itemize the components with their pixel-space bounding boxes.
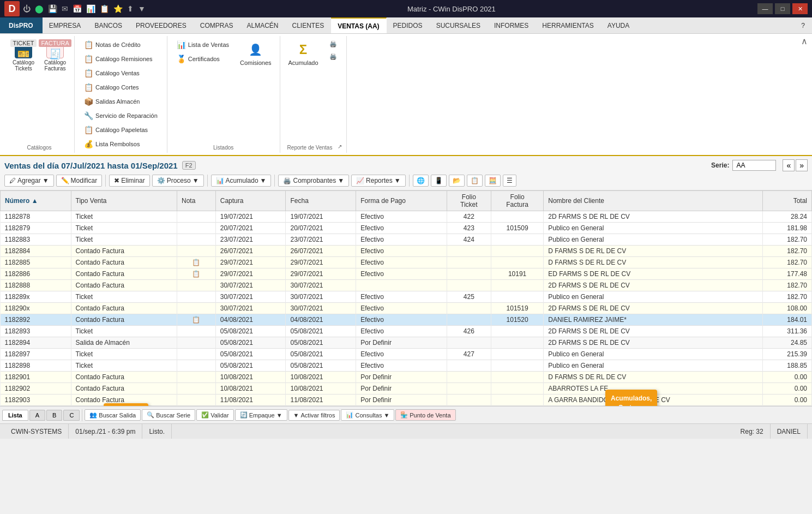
nav-next-button[interactable]: » [796, 159, 808, 171]
lista-ventas-button[interactable]: 📊 Lista de Ventas [172, 38, 234, 51]
col-nota[interactable]: Nota [177, 191, 216, 211]
table-row[interactable]: 1182901 Contado Factura 10/08/2021 10/08… [1, 372, 812, 383]
table-row[interactable]: 1182892 Contado Factura 📋 04/08/2021 04/… [1, 314, 812, 326]
f2-badge[interactable]: F2 [182, 161, 196, 170]
catalogo-tickets-button[interactable]: TICKET 🎫 Catálogo Tickets [9, 38, 38, 74]
power-icon[interactable]: ⏻ [23, 4, 31, 13]
punto-venta-button[interactable]: 🏪 Punto de Venta [395, 409, 455, 421]
minimize-button[interactable]: — [757, 3, 773, 14]
modificar-button[interactable]: ✏️ Modificar [56, 175, 103, 187]
table-row[interactable]: 1182898 Ticket 05/08/2021 05/08/2021 Efe… [1, 360, 812, 372]
save-icon[interactable]: 💾 [48, 4, 57, 13]
calendar-icon[interactable]: 📅 [73, 4, 82, 13]
menu-dispro[interactable]: DisPRO [0, 17, 43, 33]
acumulado-button[interactable]: Σ Acumulado [285, 38, 322, 69]
menu-ayuda[interactable]: AYUDA [601, 17, 636, 33]
dropdown-icon[interactable]: ▼ [138, 4, 146, 13]
icon-btn-6[interactable]: ☰ [503, 175, 516, 187]
reportes-expand-icon[interactable]: ↗ [338, 144, 342, 150]
table-row[interactable]: 1182885 Contado Factura 📋 29/07/2021 29/… [1, 257, 812, 268]
table-row[interactable]: 1182893 Ticket 05/08/2021 05/08/2021 Efe… [1, 326, 812, 337]
table-row[interactable]: 1182888 Contado Factura 30/07/2021 30/07… [1, 280, 812, 291]
menu-almacen[interactable]: ALMACÉN [240, 17, 285, 33]
icon-btn-2[interactable]: 📱 [431, 175, 447, 187]
catalogo-remisiones-button[interactable]: 📋 Catálogo Remisiones [79, 52, 158, 65]
consultas-button[interactable]: 📊 Consultas ▼ [341, 409, 394, 421]
comisiones-button[interactable]: 👤 Comisiones [236, 38, 275, 69]
table-row[interactable]: 118290x Contado Factura 30/07/2021 30/07… [1, 303, 812, 314]
col-captura[interactable]: Captura [215, 191, 286, 211]
close-button[interactable]: ✕ [792, 3, 808, 14]
col-numero[interactable]: Número ▲ [1, 191, 71, 211]
star-icon[interactable]: ⭐ [113, 4, 123, 13]
table-row[interactable]: 1182902 Contado Factura 10/08/2021 10/08… [1, 383, 812, 395]
col-fecha[interactable]: Fecha [286, 191, 356, 211]
upload-icon[interactable]: ⬆ [127, 4, 134, 13]
table-row[interactable]: 1182886 Contado Factura 📋 29/07/2021 29/… [1, 268, 812, 280]
table-row[interactable]: 1182884 Contado Factura 26/07/2021 26/07… [1, 246, 812, 257]
ribbon-collapse-button[interactable]: ∧ [801, 36, 808, 46]
print-button-1[interactable]: 🖨️ [324, 38, 342, 50]
mail-icon[interactable]: ✉ [62, 4, 68, 13]
col-forma-pago[interactable]: Forma de Pago [356, 191, 447, 211]
table-row[interactable]: 1182883 Ticket 23/07/2021 23/07/2021 Efe… [1, 234, 812, 246]
activar-filtros-button[interactable]: ▼ Activar filtros [288, 410, 340, 421]
lista-rembolsos-button[interactable]: 💰 Lista Rembolsos [79, 138, 163, 151]
catalogo-ventas-button[interactable]: 📋 Catálogo Ventas [79, 67, 158, 80]
certificados-button[interactable]: 🏅 Certificados [172, 52, 234, 65]
icon-btn-5[interactable]: 🧮 [485, 175, 501, 187]
table-row[interactable]: 1182897 Ticket 05/08/2021 05/08/2021 Efe… [1, 349, 812, 360]
table-row[interactable]: 118289x Ticket 30/07/2021 30/07/2021 Efe… [1, 291, 812, 303]
serie-select[interactable]: AA [732, 160, 776, 171]
table-row[interactable]: 1182879 Ticket 20/07/2021 20/07/2021 Efe… [1, 223, 812, 234]
menu-proveedores[interactable]: PROVEEDORES [129, 17, 194, 33]
icon-btn-1[interactable]: 🌐 [413, 175, 429, 187]
col-folio-ticket[interactable]: FolioTicket [447, 191, 491, 211]
print-button-2[interactable]: 🖨️ [324, 51, 342, 62]
tab-b[interactable]: B [46, 410, 62, 421]
comprobantes-button[interactable]: 🖨️ Comprobantes ▼ [278, 175, 349, 187]
catalogo-facturas-button[interactable]: FACTURA 🧾 Catálogo Facturas [40, 38, 70, 74]
eliminar-button[interactable]: ✖ Eliminar [109, 175, 149, 187]
menu-informes[interactable]: INFORMES [488, 17, 536, 33]
menu-bancos[interactable]: BANCOS [88, 17, 129, 33]
tab-a[interactable]: A [29, 410, 45, 421]
col-nombre-cliente[interactable]: Nombre del Cliente [544, 191, 763, 211]
menu-compras[interactable]: COMPRAS [194, 17, 240, 33]
table-icon[interactable]: 📋 [100, 4, 109, 13]
buscar-serie-button[interactable]: 🔍 Buscar Serie [142, 409, 195, 421]
menu-empresa[interactable]: EMPRESA [43, 17, 88, 33]
menu-sucursales[interactable]: SUCURSALES [430, 17, 488, 33]
col-total[interactable]: Total [763, 191, 812, 211]
proceso-button[interactable]: ⚙️ Proceso ▼ [152, 175, 204, 187]
menu-ventas[interactable]: VENTAS (AA) [331, 17, 386, 33]
table-container[interactable]: Número ▲ Tipo Venta Nota Captura Fecha F… [0, 190, 812, 406]
chart-icon[interactable]: 📊 [86, 4, 95, 13]
menu-help[interactable]: ? [795, 17, 812, 33]
reportes-button[interactable]: 📈 Reportes ▼ [351, 175, 406, 187]
catalogo-papeletas-button[interactable]: 📋 Catálogo Papeletas [79, 123, 163, 136]
table-row[interactable]: 1182878 Ticket 19/07/2021 19/07/2021 Efe… [1, 211, 812, 223]
agregar-button[interactable]: 🖊 Agregar ▼ [4, 175, 54, 187]
maximize-button[interactable]: □ [775, 3, 790, 14]
table-row[interactable]: 1182894 Salida de Almacén 05/08/2021 05/… [1, 337, 812, 349]
col-tipo-venta[interactable]: Tipo Venta [71, 191, 177, 211]
menu-clientes[interactable]: CLIENTES [285, 17, 331, 33]
icon-btn-3[interactable]: 📂 [449, 175, 465, 187]
icon-btn-4[interactable]: 📋 [467, 175, 483, 187]
nav-prev-button[interactable]: « [783, 159, 795, 171]
green-circle-icon[interactable]: ⬤ [35, 4, 44, 13]
salidas-almacen-button[interactable]: 📦 Salidas Almacén [79, 95, 163, 108]
servicio-reparacion-button[interactable]: 🔧 Servicio de Reparación [79, 109, 163, 122]
tab-lista[interactable]: Lista [2, 410, 28, 421]
col-folio-factura[interactable]: FolioFactura [491, 191, 543, 211]
catalogo-cortes-button[interactable]: 📋 Catálogo Cortes [79, 81, 158, 94]
buscar-salida-button[interactable]: 👥 Buscar Salida [85, 409, 141, 421]
notas-credito-button[interactable]: 📋 Notas de Crédito [79, 38, 158, 51]
tab-c[interactable]: C [63, 410, 80, 421]
menu-herramientas[interactable]: HERRAMIENTAS [536, 17, 600, 33]
validar-button[interactable]: ✅ Validar [196, 409, 233, 421]
acumulado-tb-button[interactable]: 📊 Acumulado ▼ [211, 175, 272, 187]
empaque-button[interactable]: 🔄 Empaque ▼ [235, 409, 287, 421]
menu-pedidos[interactable]: PEDIDOS [387, 17, 430, 33]
